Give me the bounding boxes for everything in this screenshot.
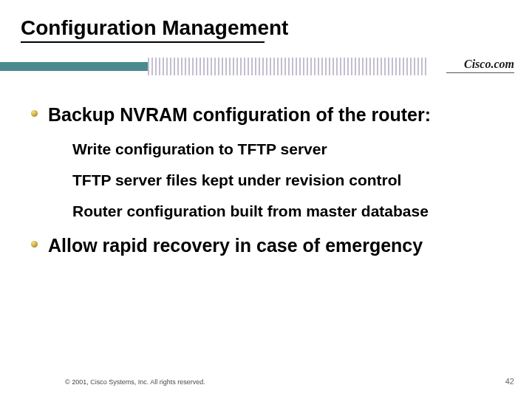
sub-item: Router configuration built from master d… — [72, 202, 510, 221]
slide-title: Configuration Management — [21, 16, 532, 40]
divider-band-teal — [0, 62, 148, 71]
bullet-item: Backup NVRAM configuration of the router… — [31, 103, 510, 126]
cisco-logo-text: Cisco.com — [464, 58, 514, 71]
title-area: Configuration Management — [0, 0, 532, 47]
page-number: 42 — [505, 377, 514, 386]
footer: © 2001, Cisco Systems, Inc. All rights r… — [65, 377, 514, 386]
bullet-item: Allow rapid recovery in case of emergenc… — [31, 234, 510, 257]
divider-band-stripes — [148, 58, 429, 75]
copyright-text: © 2001, Cisco Systems, Inc. All rights r… — [65, 378, 205, 386]
bullet-text: Allow rapid recovery in case of emergenc… — [48, 234, 423, 257]
sub-item: Write configuration to TFTP server — [72, 140, 510, 159]
content-area: Backup NVRAM configuration of the router… — [31, 103, 510, 270]
divider-band — [0, 58, 532, 78]
sub-list: Write configuration to TFTP server TFTP … — [72, 140, 510, 222]
title-underline — [21, 41, 265, 43]
bullet-icon — [31, 241, 38, 248]
sub-item: TFTP server files kept under revision co… — [72, 171, 510, 190]
bullet-icon — [31, 110, 38, 117]
bullet-text: Backup NVRAM configuration of the router… — [48, 103, 431, 126]
cisco-logo-underline — [446, 72, 514, 73]
